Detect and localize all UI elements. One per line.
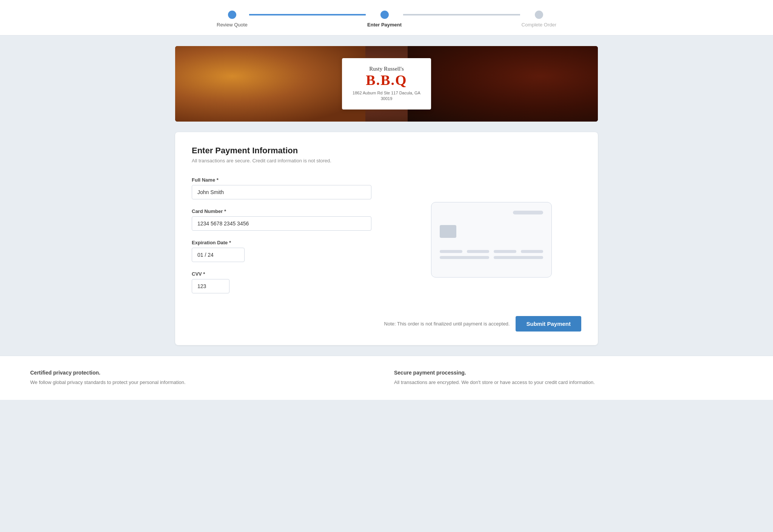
card-line-1c bbox=[494, 250, 516, 253]
step-label-review: Review Quote bbox=[217, 22, 248, 28]
card-number-group: Card Number * bbox=[192, 208, 371, 231]
step-circle-complete bbox=[535, 11, 543, 19]
address-line2: 30019 bbox=[381, 97, 393, 101]
expiration-group: Expiration Date * bbox=[192, 240, 371, 262]
form-right bbox=[402, 177, 581, 302]
footer-security-title: Secure payment processing. bbox=[394, 370, 743, 376]
footer-privacy: Certified privacy protection. We follow … bbox=[30, 370, 379, 386]
banner-section: Rusty Russell's B.B.Q 1862 Auburn Rd Ste… bbox=[160, 46, 613, 122]
banner: Rusty Russell's B.B.Q 1862 Auburn Rd Ste… bbox=[175, 46, 598, 122]
card-line-2b bbox=[494, 256, 543, 259]
payment-form-grid: Full Name * Card Number * Expiration Dat… bbox=[192, 177, 581, 302]
submit-row: Note: This order is not finalized until … bbox=[192, 316, 581, 332]
card-preview-top-line bbox=[513, 211, 543, 214]
logo-address: 1862 Auburn Rd Ste 117 Dacula, GA 30019 bbox=[353, 90, 420, 102]
card-preview-chip bbox=[440, 225, 456, 238]
progress-line-1 bbox=[249, 14, 366, 15]
step-review-quote: Review Quote bbox=[217, 11, 248, 28]
progress-bar: Review Quote Enter Payment Complete Orde… bbox=[217, 11, 556, 28]
card-lines-row1 bbox=[440, 250, 543, 256]
footer-security: Secure payment processing. All transacti… bbox=[394, 370, 743, 386]
submit-note: Note: This order is not finalized until … bbox=[384, 321, 510, 327]
logo-bbq: B.B.Q bbox=[353, 73, 420, 87]
footer-section: Certified privacy protection. We follow … bbox=[0, 356, 773, 400]
payment-subtitle: All transactions are secure. Credit card… bbox=[192, 158, 581, 163]
full-name-group: Full Name * bbox=[192, 177, 371, 199]
step-label-complete: Complete Order bbox=[522, 22, 556, 28]
cvv-label: CVV * bbox=[192, 271, 371, 277]
card-lines-row2 bbox=[440, 256, 543, 262]
step-label-payment: Enter Payment bbox=[367, 22, 402, 28]
card-line-1d bbox=[521, 250, 544, 253]
expiration-input[interactable] bbox=[192, 248, 245, 262]
card-preview bbox=[431, 202, 552, 278]
expiration-label: Expiration Date * bbox=[192, 240, 371, 245]
banner-logo-card: Rusty Russell's B.B.Q 1862 Auburn Rd Ste… bbox=[342, 58, 431, 109]
footer-security-text: All transactions are encrypted. We don't… bbox=[394, 379, 743, 386]
progress-line-2 bbox=[403, 14, 520, 15]
full-name-label: Full Name * bbox=[192, 177, 371, 183]
footer-privacy-title: Certified privacy protection. bbox=[30, 370, 379, 376]
progress-section: Review Quote Enter Payment Complete Orde… bbox=[0, 0, 773, 35]
cvv-group: CVV * bbox=[192, 271, 371, 293]
address-line1: 1862 Auburn Rd Ste 117 Dacula, GA bbox=[353, 91, 420, 95]
cvv-input[interactable] bbox=[192, 279, 229, 293]
form-left: Full Name * Card Number * Expiration Dat… bbox=[192, 177, 371, 302]
logo-script: Rusty Russell's bbox=[353, 66, 420, 72]
banner-food-left bbox=[175, 46, 365, 122]
payment-title: Enter Payment Information bbox=[192, 146, 581, 156]
full-name-input[interactable] bbox=[192, 185, 371, 199]
step-circle-payment bbox=[380, 11, 389, 19]
card-preview-lines bbox=[440, 250, 543, 262]
banner-food-right bbox=[408, 46, 598, 122]
step-enter-payment: Enter Payment bbox=[367, 11, 402, 28]
card-number-input[interactable] bbox=[192, 216, 371, 231]
card-line-1b bbox=[467, 250, 490, 253]
card-number-label: Card Number * bbox=[192, 208, 371, 214]
submit-payment-button[interactable]: Submit Payment bbox=[516, 316, 581, 332]
footer-privacy-text: We follow global privacy standards to pr… bbox=[30, 379, 379, 386]
card-line-1a bbox=[440, 250, 462, 253]
step-complete-order: Complete Order bbox=[522, 11, 556, 28]
step-circle-review bbox=[228, 11, 236, 19]
payment-card: Enter Payment Information All transactio… bbox=[175, 132, 598, 345]
card-line-2a bbox=[440, 256, 489, 259]
main-section: Enter Payment Information All transactio… bbox=[160, 132, 613, 345]
